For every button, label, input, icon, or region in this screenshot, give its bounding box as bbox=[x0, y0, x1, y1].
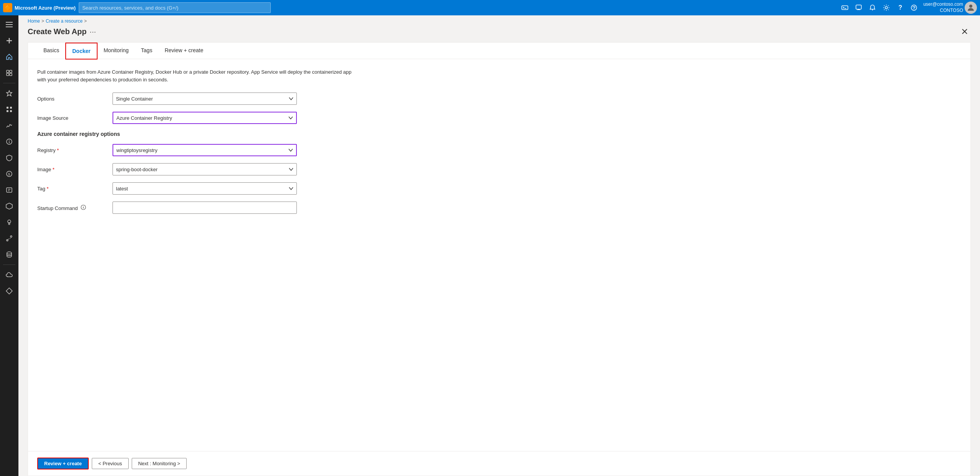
svg-rect-32 bbox=[9, 223, 10, 225]
tab-review-create[interactable]: Review + create bbox=[159, 43, 210, 59]
registry-label: Registry * bbox=[37, 147, 106, 153]
image-chevron-icon bbox=[289, 167, 293, 172]
svg-rect-18 bbox=[7, 107, 8, 109]
image-row: Image * spring-boot-docker bbox=[37, 163, 961, 175]
tab-basics[interactable]: Basics bbox=[37, 43, 65, 59]
sidebar-item-cloud[interactable] bbox=[2, 267, 17, 283]
search-input[interactable] bbox=[79, 2, 271, 13]
azure-logo-icon: 🔶 bbox=[3, 3, 12, 12]
bottom-bar: Review + create < Previous Next : Monito… bbox=[28, 451, 970, 476]
svg-marker-36 bbox=[6, 288, 12, 294]
page-title: Create Web App bbox=[28, 27, 86, 36]
more-options-button[interactable]: ··· bbox=[89, 27, 96, 36]
registry-row: Registry * wingtiptoysregistry bbox=[37, 144, 961, 156]
sidebar-item-menu[interactable] bbox=[2, 17, 17, 32]
sidebar: $ bbox=[0, 15, 18, 476]
tag-label: Tag * bbox=[37, 186, 106, 192]
settings-icon[interactable] bbox=[880, 2, 892, 14]
svg-rect-15 bbox=[7, 73, 9, 76]
sidebar-item-subscriptions[interactable] bbox=[2, 182, 17, 198]
options-label: Options bbox=[37, 96, 106, 102]
svg-rect-21 bbox=[10, 110, 12, 112]
help-icon[interactable]: ? bbox=[894, 2, 906, 14]
tab-docker[interactable]: Docker bbox=[65, 43, 97, 60]
sidebar-item-favorites[interactable] bbox=[2, 86, 17, 101]
registry-chevron-icon bbox=[288, 147, 293, 153]
tab-tags[interactable]: Tags bbox=[135, 43, 159, 59]
tag-select[interactable]: latest bbox=[113, 182, 297, 195]
svg-marker-17 bbox=[7, 91, 12, 96]
user-email: user@contoso.com bbox=[923, 2, 963, 8]
sidebar-item-security[interactable] bbox=[2, 150, 17, 165]
startup-command-input[interactable] bbox=[113, 202, 297, 214]
svg-rect-14 bbox=[10, 70, 12, 73]
previous-button[interactable]: < Previous bbox=[92, 458, 129, 469]
topbar: 🔶 Microsoft Azure (Preview) ? user@conto… bbox=[0, 0, 980, 15]
main-area: Home > Create a resource > Create Web Ap… bbox=[18, 15, 980, 476]
breadcrumb-home[interactable]: Home bbox=[28, 18, 40, 24]
next-button[interactable]: Next : Monitoring > bbox=[132, 458, 187, 469]
registry-value: wingtiptoysregistry bbox=[116, 147, 157, 153]
tab-monitoring[interactable]: Monitoring bbox=[98, 43, 135, 59]
feedback-icon[interactable] bbox=[853, 2, 865, 14]
svg-rect-20 bbox=[10, 107, 12, 109]
options-row: Options Single Container bbox=[37, 93, 961, 105]
options-value: Single Container bbox=[116, 96, 153, 102]
svg-text:$: $ bbox=[8, 172, 10, 176]
sidebar-item-devops[interactable] bbox=[2, 231, 17, 246]
svg-point-5 bbox=[911, 5, 917, 10]
sidebar-item-cost[interactable]: $ bbox=[2, 166, 17, 182]
close-button[interactable] bbox=[958, 25, 971, 38]
tag-required: * bbox=[47, 186, 49, 192]
tag-chevron-icon bbox=[289, 186, 293, 191]
registry-select[interactable]: wingtiptoysregistry bbox=[113, 144, 297, 156]
breadcrumb: Home > Create a resource > bbox=[18, 15, 980, 24]
user-tenant: CONTOSO bbox=[923, 8, 963, 14]
sidebar-item-create[interactable] bbox=[2, 33, 17, 48]
user-info: user@contoso.com CONTOSO bbox=[923, 2, 963, 13]
svg-point-24 bbox=[9, 140, 10, 141]
options-chevron-icon bbox=[289, 96, 293, 101]
cloud-shell-icon[interactable] bbox=[839, 2, 851, 14]
notifications-icon[interactable] bbox=[866, 2, 879, 14]
sidebar-item-aad[interactable] bbox=[2, 198, 17, 214]
app-logo: 🔶 Microsoft Azure (Preview) bbox=[3, 3, 76, 12]
image-select[interactable]: spring-boot-docker bbox=[113, 163, 297, 175]
image-value: spring-boot-docker bbox=[116, 167, 157, 172]
sidebar-item-home[interactable] bbox=[2, 49, 17, 64]
svg-rect-2 bbox=[856, 5, 861, 9]
sidebar-item-sql[interactable] bbox=[2, 247, 17, 262]
svg-point-6 bbox=[914, 9, 915, 10]
svg-marker-30 bbox=[6, 203, 12, 209]
review-create-button[interactable]: Review + create bbox=[37, 458, 89, 469]
sidebar-item-keyvault[interactable] bbox=[2, 215, 17, 230]
content-panel: Basics Docker Monitoring Tags Review + c… bbox=[28, 42, 971, 476]
sidebar-item-grid[interactable] bbox=[2, 102, 17, 117]
acr-section-title: Azure container registry options bbox=[37, 131, 961, 137]
registry-required: * bbox=[57, 147, 59, 153]
svg-point-34 bbox=[10, 236, 12, 237]
startup-command-row: Startup Command bbox=[37, 202, 961, 214]
chat-icon[interactable] bbox=[908, 2, 920, 14]
image-source-row: Image Source Azure Container Registry bbox=[37, 112, 961, 124]
avatar[interactable] bbox=[965, 2, 977, 14]
sidebar-item-advisor[interactable] bbox=[2, 134, 17, 149]
startup-command-label: Startup Command bbox=[37, 205, 106, 211]
tag-value: latest bbox=[116, 186, 128, 192]
sidebar-item-dashboard[interactable] bbox=[2, 65, 17, 81]
svg-point-35 bbox=[7, 252, 12, 254]
svg-rect-27 bbox=[7, 188, 12, 192]
svg-point-41 bbox=[83, 206, 83, 206]
sidebar-item-monitor[interactable] bbox=[2, 118, 17, 133]
image-source-value: Azure Container Registry bbox=[116, 115, 172, 121]
svg-rect-0 bbox=[842, 6, 848, 10]
image-source-select[interactable]: Azure Container Registry bbox=[113, 112, 297, 124]
svg-point-7 bbox=[969, 5, 972, 8]
options-select[interactable]: Single Container bbox=[113, 93, 297, 105]
startup-info-icon[interactable] bbox=[81, 205, 86, 211]
sidebar-item-diamond[interactable] bbox=[2, 283, 17, 299]
page-header: Create Web App ··· bbox=[18, 24, 980, 42]
breadcrumb-sep1: > bbox=[41, 18, 44, 24]
topbar-icons: ? user@contoso.com CONTOSO bbox=[839, 2, 977, 14]
breadcrumb-create-resource[interactable]: Create a resource bbox=[46, 18, 83, 24]
